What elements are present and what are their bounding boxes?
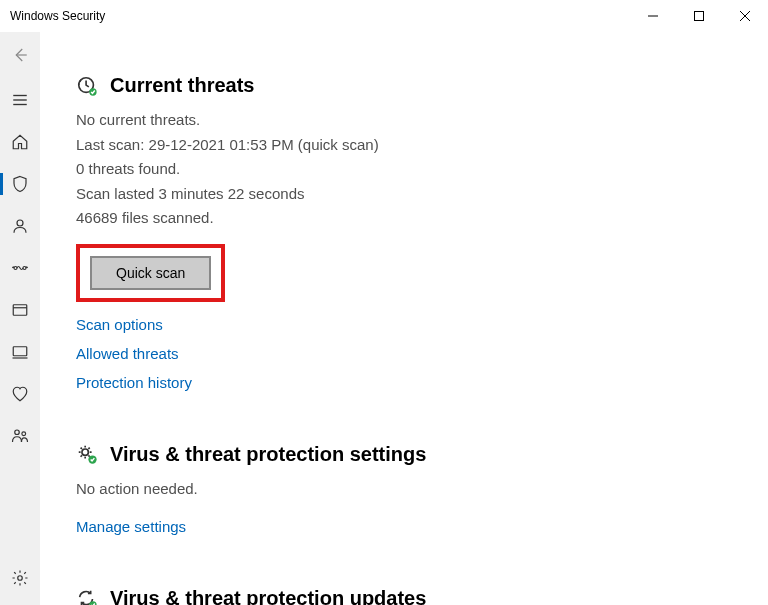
window-title: Windows Security <box>10 9 105 23</box>
back-button[interactable] <box>0 36 40 74</box>
clock-shield-icon <box>76 75 98 97</box>
close-button[interactable] <box>722 0 768 32</box>
svg-rect-1 <box>695 12 704 21</box>
protection-settings-section: Virus & threat protection settings No ac… <box>76 443 738 536</box>
titlebar: Windows Security <box>0 0 768 32</box>
minimize-button[interactable] <box>630 0 676 32</box>
quick-scan-button[interactable]: Quick scan <box>90 256 211 290</box>
allowed-threats-link[interactable]: Allowed threats <box>76 345 738 362</box>
protection-settings-heading: Virus & threat protection settings <box>110 443 426 466</box>
sidebar-hamburger[interactable] <box>0 79 40 121</box>
main-content: Current threats No current threats. Last… <box>40 32 768 605</box>
refresh-check-icon <box>76 588 98 606</box>
current-threats-heading: Current threats <box>110 74 254 97</box>
scan-options-link[interactable]: Scan options <box>76 316 738 333</box>
protection-updates-section: Virus & threat protection updates Securi… <box>76 587 738 605</box>
svg-point-9 <box>14 267 17 270</box>
svg-point-16 <box>22 432 26 436</box>
svg-point-8 <box>17 220 23 226</box>
manage-settings-link[interactable]: Manage settings <box>76 518 738 535</box>
svg-point-10 <box>23 267 26 270</box>
files-scanned-text: 46689 files scanned. <box>76 207 738 230</box>
sidebar-item-home[interactable] <box>0 121 40 163</box>
sidebar-item-family[interactable] <box>0 415 40 457</box>
sidebar-item-account[interactable] <box>0 205 40 247</box>
current-threats-section: Current threats No current threats. Last… <box>76 74 738 391</box>
sidebar-item-firewall[interactable] <box>0 247 40 289</box>
svg-point-20 <box>82 449 88 455</box>
protection-history-link[interactable]: Protection history <box>76 374 738 391</box>
protection-settings-status: No action needed. <box>76 478 738 501</box>
last-scan-text: Last scan: 29-12-2021 01:53 PM (quick sc… <box>76 134 738 157</box>
threats-found-text: 0 threats found. <box>76 158 738 181</box>
sidebar-item-settings[interactable] <box>0 557 40 599</box>
svg-rect-11 <box>13 305 27 316</box>
gear-check-icon <box>76 443 98 465</box>
sidebar-item-virus-threat[interactable] <box>0 163 40 205</box>
no-threats-text: No current threats. <box>76 109 738 132</box>
window-controls <box>630 0 768 32</box>
svg-rect-13 <box>13 347 27 356</box>
sidebar-item-app-browser[interactable] <box>0 289 40 331</box>
sidebar-item-device-security[interactable] <box>0 331 40 373</box>
maximize-button[interactable] <box>676 0 722 32</box>
highlight-annotation: Quick scan <box>76 244 225 302</box>
sidebar <box>0 32 40 605</box>
sidebar-item-performance[interactable] <box>0 373 40 415</box>
scan-duration-text: Scan lasted 3 minutes 22 seconds <box>76 183 738 206</box>
svg-point-15 <box>15 430 20 435</box>
svg-point-17 <box>18 576 23 581</box>
protection-updates-heading: Virus & threat protection updates <box>110 587 426 605</box>
